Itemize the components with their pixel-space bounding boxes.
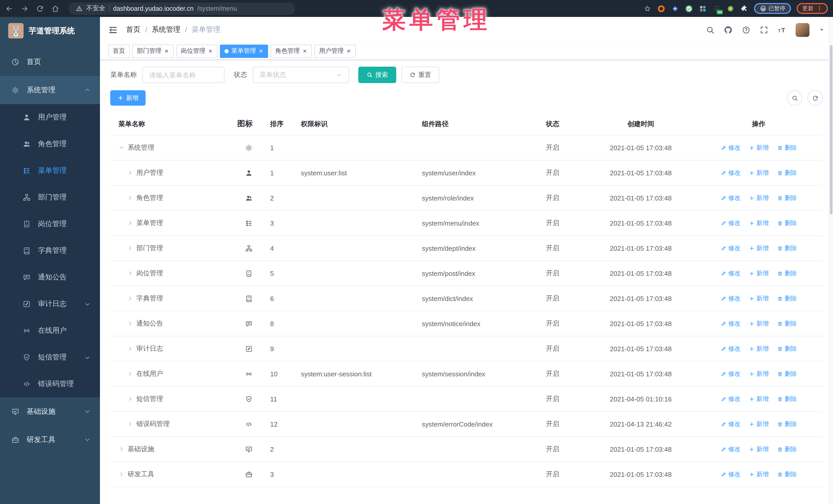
expand-caret-icon[interactable] xyxy=(127,220,133,226)
add-link[interactable]: 新增 xyxy=(749,219,769,227)
sidebar-item[interactable]: 错误码管理 xyxy=(0,371,100,398)
tab-close-icon[interactable]: × xyxy=(208,48,213,54)
forward-icon[interactable] xyxy=(21,4,29,13)
expand-caret-icon[interactable] xyxy=(127,195,133,201)
add-link[interactable]: 新增 xyxy=(749,269,769,278)
delete-link[interactable]: 删除 xyxy=(777,445,797,454)
help-icon[interactable] xyxy=(742,25,751,34)
delete-link[interactable]: 删除 xyxy=(777,168,797,177)
edit-link[interactable]: 修改 xyxy=(720,143,740,152)
add-link[interactable]: 新增 xyxy=(749,319,769,328)
edit-link[interactable]: 修改 xyxy=(720,219,740,227)
table-row[interactable]: 菜单管理 3 system/menu/index 开启 2021-01-05 1… xyxy=(110,211,823,236)
edit-link[interactable]: 修改 xyxy=(720,369,740,378)
sidebar-item[interactable]: 首页 xyxy=(0,48,100,76)
menu-name-input[interactable] xyxy=(143,67,224,83)
sidebar-item[interactable]: 短信管理 xyxy=(0,344,100,371)
extensions-puzzle-icon[interactable] xyxy=(740,4,749,13)
expand-caret-icon[interactable] xyxy=(118,145,124,151)
extension-leaf-icon[interactable] xyxy=(727,4,735,13)
add-link[interactable]: 新增 xyxy=(749,369,769,378)
bookmark-star-icon[interactable] xyxy=(644,4,652,13)
sidebar-item[interactable]: 基础设施 xyxy=(0,398,100,426)
edit-link[interactable]: 修改 xyxy=(720,194,740,202)
add-link[interactable]: 新增 xyxy=(749,419,769,428)
table-row[interactable]: 通知公告 8 system/notice/index 开启 2021-01-05… xyxy=(110,311,823,336)
reload-icon[interactable] xyxy=(36,4,44,13)
search-button[interactable]: 搜索 xyxy=(358,67,396,83)
table-row[interactable]: 基础设施 2 开启 2021-01-05 17:03:48 修改 新增 xyxy=(110,437,823,462)
sidebar-item[interactable]: 系统管理 xyxy=(0,76,100,104)
expand-caret-icon[interactable] xyxy=(127,396,133,402)
sidebar-item[interactable]: 字典管理 xyxy=(0,237,100,264)
delete-link[interactable]: 删除 xyxy=(777,319,797,328)
tab[interactable]: 部门管理 × xyxy=(132,44,173,58)
expand-caret-icon[interactable] xyxy=(127,421,133,427)
extension-green-check-icon[interactable] xyxy=(685,4,693,13)
sidebar-item[interactable]: 角色管理 xyxy=(0,131,100,158)
expand-caret-icon[interactable] xyxy=(127,371,133,377)
avatar-caret-down-icon[interactable] xyxy=(819,27,825,33)
scrollbar-thumb[interactable] xyxy=(830,45,832,214)
edit-link[interactable]: 修改 xyxy=(720,319,740,328)
table-row[interactable]: 部门管理 4 system/dept/index 开启 2021-01-05 1… xyxy=(110,236,823,261)
table-row[interactable]: 岗位管理 5 system/post/index 开启 2021-01-05 1… xyxy=(110,261,823,286)
browser-update-button[interactable]: 更新⋮ xyxy=(796,3,828,14)
edit-link[interactable]: 修改 xyxy=(720,419,740,428)
expand-caret-icon[interactable] xyxy=(127,345,133,352)
reset-button[interactable]: 重置 xyxy=(401,67,439,83)
fullscreen-icon[interactable] xyxy=(760,25,768,34)
expand-caret-icon[interactable] xyxy=(127,245,133,251)
delete-link[interactable]: 删除 xyxy=(777,143,797,152)
back-icon[interactable] xyxy=(5,4,13,13)
sidebar-item[interactable]: 审计日志 xyxy=(0,291,100,317)
delete-link[interactable]: 删除 xyxy=(777,419,797,428)
expand-caret-icon[interactable] xyxy=(127,170,133,176)
add-link[interactable]: 新增 xyxy=(749,143,769,152)
add-link[interactable]: 新增 xyxy=(749,194,769,202)
kebab-menu-icon[interactable]: ⋮ xyxy=(816,5,822,12)
home-icon[interactable] xyxy=(51,4,60,13)
status-select[interactable]: 菜单状态 xyxy=(253,67,349,83)
delete-link[interactable]: 删除 xyxy=(777,394,797,403)
tab[interactable]: 岗位管理 × xyxy=(176,44,217,58)
url-path[interactable]: /system/menu xyxy=(197,5,237,12)
tab-close-icon[interactable]: × xyxy=(258,48,263,54)
table-row[interactable]: 系统管理 1 开启 2021-01-05 17:03:48 修改 新增 xyxy=(110,135,823,161)
add-link[interactable]: 新增 xyxy=(749,394,769,403)
expand-caret-icon[interactable] xyxy=(118,446,124,452)
table-row[interactable]: 短信管理 11 开启 2021-04-05 01:10:16 修改 新增 xyxy=(110,387,823,412)
edit-link[interactable]: 修改 xyxy=(720,294,740,303)
add-link[interactable]: 新增 xyxy=(749,244,769,253)
toggle-search-button[interactable] xyxy=(787,90,802,105)
tab[interactable]: 菜单管理 × xyxy=(220,44,268,58)
table-row[interactable]: 审计日志 9 开启 2021-01-05 17:03:48 修改 新增 xyxy=(110,336,823,361)
github-icon[interactable] xyxy=(724,25,733,34)
tab-close-icon[interactable]: × xyxy=(303,48,307,54)
add-link[interactable]: 新增 xyxy=(749,470,769,479)
delete-link[interactable]: 删除 xyxy=(777,219,797,227)
sidebar-fold-icon[interactable] xyxy=(108,25,118,34)
add-link[interactable]: 新增 xyxy=(749,294,769,303)
add-link[interactable]: 新增 xyxy=(749,168,769,177)
edit-link[interactable]: 修改 xyxy=(720,394,740,403)
delete-link[interactable]: 删除 xyxy=(777,269,797,278)
paused-extension-badge[interactable]: 😀已暂停 xyxy=(754,3,791,14)
sidebar-item[interactable]: 岗位管理 xyxy=(0,211,100,237)
address-bar[interactable]: 不安全 dashboard.yudao.iocoder.cn/system/me… xyxy=(69,2,295,15)
add-link[interactable]: 新增 xyxy=(749,344,769,353)
sidebar-item[interactable]: 菜单管理 xyxy=(0,158,100,184)
table-row[interactable]: 角色管理 2 system/role/index 开启 2021-01-05 1… xyxy=(110,186,823,211)
edit-link[interactable]: 修改 xyxy=(720,445,740,454)
edit-link[interactable]: 修改 xyxy=(720,168,740,177)
delete-link[interactable]: 删除 xyxy=(777,294,797,303)
sidebar-item[interactable]: 在线用户 xyxy=(0,317,100,344)
expand-caret-icon[interactable] xyxy=(127,320,133,327)
add-button[interactable]: 新增 xyxy=(110,90,146,105)
edit-link[interactable]: 修改 xyxy=(720,244,740,253)
delete-link[interactable]: 删除 xyxy=(777,244,797,253)
edit-link[interactable]: 修改 xyxy=(720,269,740,278)
edit-link[interactable]: 修改 xyxy=(720,344,740,353)
delete-link[interactable]: 删除 xyxy=(777,369,797,378)
expand-caret-icon[interactable] xyxy=(127,295,133,302)
